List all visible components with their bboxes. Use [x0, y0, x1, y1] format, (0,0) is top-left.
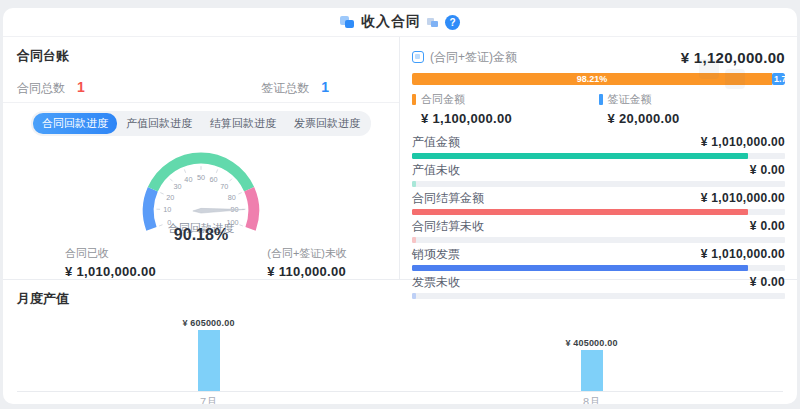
metric-bar-fill [412, 265, 748, 271]
gauge-stat-label: 合同已收 [65, 246, 156, 261]
watermark [699, 59, 745, 89]
bar-value-label: ¥ 605000.00 [182, 318, 234, 328]
svg-text:80: 80 [228, 193, 236, 202]
chart-category: ¥ 605000.00 [17, 318, 400, 391]
metric-row: 发票未收¥ 0.00 [412, 275, 785, 299]
metric-value: ¥ 0.00 [750, 275, 785, 290]
document-icon [412, 51, 424, 63]
gauge-stat-label: (合同+签证)未收 [267, 246, 347, 261]
chart-category: ¥ 405000.00 [400, 338, 783, 391]
copy-icon[interactable] [427, 17, 439, 28]
gauge: 0102030405060708090100 合同回款进度 [99, 138, 303, 238]
stat-value: 1 [77, 79, 85, 95]
svg-text:70: 70 [220, 182, 228, 191]
metric-bar-fill [412, 237, 416, 243]
stat-value: 1 [321, 79, 329, 95]
metric-label: 发票未收 [412, 275, 460, 290]
legend-label: 签证金额 [608, 92, 652, 107]
metric-header: 合同结算金额¥ 1,010,000.00 [412, 191, 785, 206]
metric-header: 产值金额¥ 1,010,000.00 [412, 135, 785, 150]
progress-tab[interactable]: 结算回款进度 [201, 113, 285, 134]
metric-row: 合同结算金额¥ 1,010,000.00 [412, 191, 785, 215]
metric-value: ¥ 1,010,000.00 [701, 135, 785, 150]
svg-text:60: 60 [210, 175, 218, 184]
amount-legend: 合同金额¥ 1,100,000.00签证金额¥ 20,000.00 [412, 92, 785, 126]
metric-bar-fill [412, 293, 416, 299]
gauge-stats: 合同已收¥ 1,010,000.00(合同+签证)未收¥ 110,000.00 [3, 244, 399, 279]
ledger-stat: 合同总数1 [17, 79, 85, 97]
metric-value: ¥ 0.00 [750, 219, 785, 234]
metric-value: ¥ 1,010,000.00 [701, 191, 785, 206]
legend-value: ¥ 1,100,000.00 [421, 111, 599, 126]
progress-tab[interactable]: 发票回款进度 [285, 113, 369, 134]
gauge-stat-value: ¥ 110,000.00 [267, 264, 347, 279]
svg-text:10: 10 [163, 205, 171, 214]
bar-segment: 1.79% [772, 73, 785, 85]
ledger-stat: 签证总数1 [261, 79, 329, 97]
metric-bar [412, 265, 785, 271]
dashboard-card: 收入合同 ? 合同台账 合同总数1签证总数1 合同回款进度产值回款进度结算回款进… [3, 8, 797, 404]
legend-head: 签证金额 [599, 92, 786, 107]
metric-label: 合同结算金额 [412, 191, 484, 206]
files-icon [340, 15, 355, 29]
svg-text:50: 50 [197, 173, 205, 182]
help-icon[interactable]: ? [445, 15, 460, 30]
progress-tab[interactable]: 合同回款进度 [33, 113, 117, 134]
x-axis-label: 8月 [400, 392, 783, 404]
legend-label: 合同金额 [421, 92, 465, 107]
progress-tab[interactable]: 产值回款进度 [117, 113, 201, 134]
summary-label-wrap: (合同+签证)金额 [412, 49, 517, 66]
ledger-section: 合同台账 合同总数1签证总数1 [3, 37, 399, 103]
monthly-chart: ¥ 605000.00¥ 405000.00 [17, 310, 783, 392]
metric-row: 产值金额¥ 1,010,000.00 [412, 135, 785, 159]
metric-bar-fill [412, 153, 748, 159]
metric-header: 产值未收¥ 0.00 [412, 163, 785, 178]
metric-bar [412, 181, 785, 187]
bar [198, 330, 220, 391]
stat-label: 合同总数 [17, 80, 65, 97]
metric-header: 合同结算未收¥ 0.00 [412, 219, 785, 234]
ledger-title: 合同台账 [17, 47, 385, 65]
contract-ledger-panel: 合同台账 合同总数1签证总数1 合同回款进度产值回款进度结算回款进度发票回款进度… [3, 37, 400, 279]
metric-header: 发票未收¥ 0.00 [412, 275, 785, 290]
gauge-stat: (合同+签证)未收¥ 110,000.00 [267, 246, 347, 279]
bar-value-label: ¥ 405000.00 [565, 338, 617, 348]
app-header: 收入合同 ? [3, 8, 797, 37]
metric-row: 销项发票¥ 1,010,000.00 [412, 247, 785, 271]
svg-text:40: 40 [184, 175, 192, 184]
legend-marker [599, 94, 603, 105]
amount-summary-panel: (合同+签证)金额 ¥ 1,120,000.00 98.21%1.79% 合同金… [400, 37, 797, 279]
metric-label: 产值金额 [412, 135, 460, 150]
svg-text:20: 20 [166, 193, 174, 202]
gauge-stat-value: ¥ 1,010,000.00 [65, 264, 156, 279]
metrics-list: 产值金额¥ 1,010,000.00产值未收¥ 0.00合同结算金额¥ 1,01… [412, 135, 785, 299]
legend-item: 签证金额¥ 20,000.00 [599, 92, 786, 126]
stat-label: 签证总数 [261, 80, 309, 97]
legend-marker [412, 94, 416, 105]
metric-header: 销项发票¥ 1,010,000.00 [412, 247, 785, 262]
metric-bar-fill [412, 181, 416, 187]
legend-item: 合同金额¥ 1,100,000.00 [412, 92, 599, 126]
metric-label: 销项发票 [412, 247, 460, 262]
metric-bar [412, 237, 785, 243]
x-axis-label: 7月 [17, 392, 400, 404]
metric-label: 产值未收 [412, 163, 460, 178]
progress-section: 合同回款进度产值回款进度结算回款进度发票回款进度 010203040506070… [3, 103, 399, 279]
ledger-stats: 合同总数1签证总数1 [17, 79, 385, 97]
svg-text:30: 30 [174, 182, 182, 191]
gauge-value: 90.18% [174, 226, 228, 244]
metric-bar [412, 209, 785, 215]
metric-bar-fill [412, 209, 748, 215]
legend-head: 合同金额 [412, 92, 599, 107]
metric-value: ¥ 1,010,000.00 [701, 247, 785, 262]
metric-value: ¥ 0.00 [750, 163, 785, 178]
metric-bar [412, 293, 785, 299]
bar [581, 350, 603, 391]
monthly-chart-x-axis: 7月8月 [17, 392, 783, 404]
progress-tabs: 合同回款进度产值回款进度结算回款进度发票回款进度 [31, 111, 371, 136]
metric-label: 合同结算未收 [412, 219, 484, 234]
legend-value: ¥ 20,000.00 [608, 111, 786, 126]
metric-row: 产值未收¥ 0.00 [412, 163, 785, 187]
metric-bar [412, 153, 785, 159]
main-zone: 合同台账 合同总数1签证总数1 合同回款进度产值回款进度结算回款进度发票回款进度… [3, 37, 797, 280]
